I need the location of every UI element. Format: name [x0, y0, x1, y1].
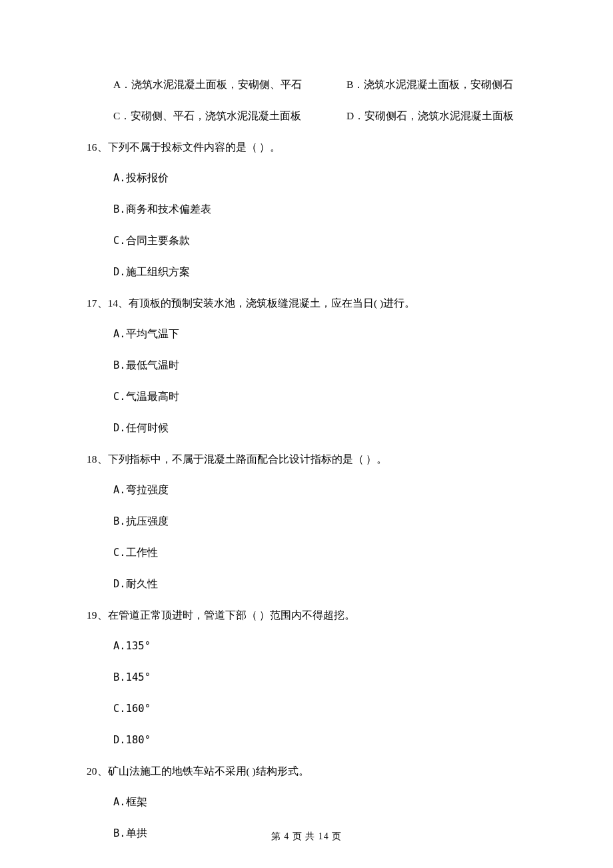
question-stem: 18、下列指标中，不属于混凝土路面配合比设计指标的是（ ）。 [87, 451, 526, 468]
option-d: D.任何时候 [113, 420, 526, 437]
option-b: B.商务和技术偏差表 [113, 201, 526, 218]
option-a: A．浇筑水泥混凝土面板，安砌侧、平石 [113, 77, 346, 93]
question-stem: 17、14、有顶板的预制安装水池，浇筑板缝混凝土，应在当日( )进行。 [87, 295, 526, 312]
question-stem: 20、矿山法施工的地铁车站不采用( )结构形式。 [87, 763, 526, 780]
option-b: B.145° [113, 669, 526, 686]
option-a: A.135° [113, 638, 526, 655]
question-16: 16、下列不属于投标文件内容的是（ ）。 A.投标报价 B.商务和技术偏差表 C… [87, 139, 526, 281]
option-a: A.平均气温下 [113, 326, 526, 343]
page-footer: 第 4 页 共 14 页 [0, 829, 613, 844]
question-stem: 19、在管道正常顶进时，管道下部（ ）范围内不得超挖。 [87, 607, 526, 624]
option-b: B．浇筑水泥混凝土面板，安砌侧石 [346, 77, 513, 93]
option-d: D.耐久性 [113, 576, 526, 593]
question-17: 17、14、有顶板的预制安装水池，浇筑板缝混凝土，应在当日( )进行。 A.平均… [87, 295, 526, 437]
question-18: 18、下列指标中，不属于混凝土路面配合比设计指标的是（ ）。 A.弯拉强度 B.… [87, 451, 526, 593]
option-a: A.框架 [113, 794, 526, 811]
prev-question-opts-row2: C．安砌侧、平石，浇筑水泥混凝土面板 D．安砌侧石，浇筑水泥混凝土面板 [113, 108, 526, 125]
question-stem: 16、下列不属于投标文件内容的是（ ）。 [87, 139, 526, 156]
question-19: 19、在管道正常顶进时，管道下部（ ）范围内不得超挖。 A.135° B.145… [87, 607, 526, 749]
option-c: C.工作性 [113, 545, 526, 561]
option-c: C.合同主要条款 [113, 233, 526, 249]
option-c: C.160° [113, 701, 526, 717]
option-d: D．安砌侧石，浇筑水泥混凝土面板 [346, 108, 514, 125]
option-b: B.最低气温时 [113, 357, 526, 374]
option-b: B.抗压强度 [113, 513, 526, 530]
option-a: A.投标报价 [113, 170, 526, 187]
option-d: D.180° [113, 732, 526, 749]
option-c: C.气温最高时 [113, 389, 526, 405]
option-c: C．安砌侧、平石，浇筑水泥混凝土面板 [113, 108, 346, 125]
page-content: A．浇筑水泥混凝土面板，安砌侧、平石 B．浇筑水泥混凝土面板，安砌侧石 C．安砌… [0, 0, 613, 842]
option-a: A.弯拉强度 [113, 482, 526, 499]
prev-question-opts-row1: A．浇筑水泥混凝土面板，安砌侧、平石 B．浇筑水泥混凝土面板，安砌侧石 [113, 77, 526, 93]
option-d: D.施工组织方案 [113, 264, 526, 281]
